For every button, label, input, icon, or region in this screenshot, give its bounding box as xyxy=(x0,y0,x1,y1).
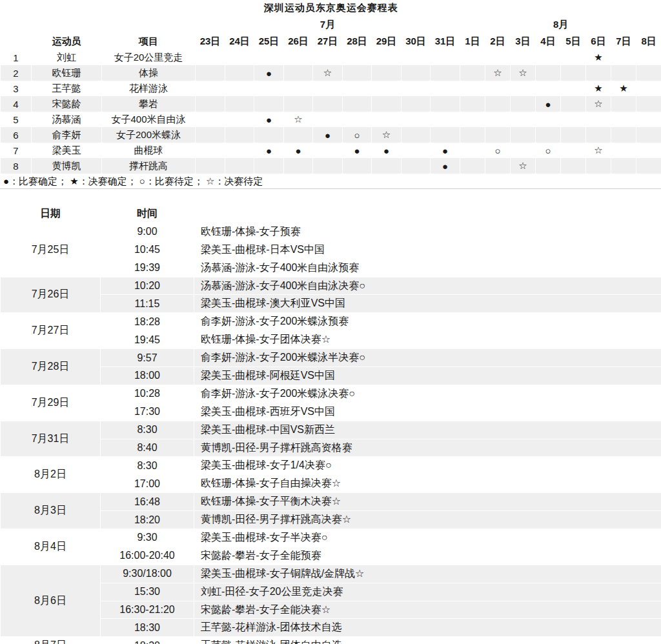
empty-cell xyxy=(372,112,402,127)
schedule-date: 8月4日 xyxy=(1,529,101,565)
empty-cell xyxy=(431,65,460,81)
empty-cell xyxy=(561,81,586,96)
schedule-description: 俞李妍-游泳-女子200米蝶泳半决赛○ xyxy=(194,349,661,367)
date-header: 31日 xyxy=(431,33,460,50)
schedule-time: 10:45 xyxy=(101,241,194,259)
page: 深圳运动员东京奥运会赛程表7月8月运动员项目23日24日25日26日27日28日… xyxy=(0,0,661,644)
mark-cell: ☆ xyxy=(586,96,611,112)
schedule-date: 7月26日 xyxy=(1,277,101,313)
month-header-august: 8月 xyxy=(460,16,661,33)
empty-cell xyxy=(313,158,343,174)
empty-cell xyxy=(284,50,313,66)
date-column-header: 日期 xyxy=(1,205,101,223)
empty-cell xyxy=(536,81,561,96)
schedule-date: 7月28日 xyxy=(1,349,101,385)
athlete-name: 宋懿龄 xyxy=(32,96,102,112)
schedule-date: 7月31日 xyxy=(1,421,101,457)
schedule-description: 欧钰珊-体操-女子预赛 xyxy=(194,223,661,241)
schedule-time: 8:40 xyxy=(101,439,194,457)
empty-cell xyxy=(254,127,284,143)
schedule-row: 7月28日9:57俞李妍-游泳-女子200米蝶泳半决赛○ xyxy=(1,349,661,367)
date-header: 7日 xyxy=(611,33,636,50)
date-header: 3日 xyxy=(511,33,536,50)
row-number: 6 xyxy=(1,127,32,143)
schedule-time: 17:30 xyxy=(101,403,194,421)
empty-cell xyxy=(485,158,511,174)
empty-cell xyxy=(196,158,225,174)
empty-cell xyxy=(611,50,636,66)
empty-cell xyxy=(460,50,485,66)
legend-text: ●：比赛确定； ★：决赛确定； ○：比赛待定； ☆：决赛待定 xyxy=(0,174,661,189)
date-header: 30日 xyxy=(402,33,431,50)
schedule-description: 汤慕涵-游泳-女子400米自由泳决赛○ xyxy=(194,277,661,295)
empty-cell xyxy=(225,112,254,127)
schedule-time: 18:30 xyxy=(101,619,194,637)
athlete-name: 欧钰珊 xyxy=(32,65,102,81)
date-header: 2日 xyxy=(485,33,511,50)
empty-cell xyxy=(225,65,254,81)
mark-cell: ☆ xyxy=(511,65,536,81)
empty-cell xyxy=(511,81,536,96)
schedule-description: 梁美玉-曲棍球-中国VS新西兰 xyxy=(194,421,661,439)
empty-cell xyxy=(460,81,485,96)
empty-cell xyxy=(485,112,511,127)
empty-cell xyxy=(402,112,431,127)
description-column-header xyxy=(194,205,661,223)
mark-cell: ○ xyxy=(536,143,561,158)
daily-schedule-table: 日期时间7月25日9:00欧钰珊-体操-女子预赛10:45梁美玉-曲棍球-日本V… xyxy=(0,205,661,644)
empty-cell xyxy=(254,81,284,96)
empty-cell xyxy=(536,127,561,143)
schedule-row: 8月7日18:30王芊懿-花样游泳-团体自由自选 xyxy=(1,637,661,644)
schedule-time: 18:00 xyxy=(101,367,194,385)
empty-cell xyxy=(343,50,372,66)
empty-cell xyxy=(313,81,343,96)
empty-cell xyxy=(611,158,636,174)
athlete-row: 2欧钰珊体操●☆☆☆ xyxy=(1,65,661,81)
row-number: 1 xyxy=(1,50,32,66)
empty-cell xyxy=(284,81,313,96)
empty-cell xyxy=(561,112,586,127)
corner-cell xyxy=(1,33,32,50)
empty-cell xyxy=(485,96,511,112)
empty-cell xyxy=(313,96,343,112)
athlete-event: 体操 xyxy=(102,65,196,81)
date-header: 25日 xyxy=(254,33,284,50)
athlete-row: 5汤慕涵女子400米自由泳●☆ xyxy=(1,112,661,127)
empty-cell xyxy=(431,96,460,112)
empty-cell xyxy=(225,158,254,174)
empty-cell xyxy=(343,112,372,127)
schedule-time: 9:30 xyxy=(101,529,194,547)
schedule-row: 7月31日8:30梁美玉-曲棍球-中国VS新西兰 xyxy=(1,421,661,439)
schedule-row: 8月6日9:30/18:00梁美玉-曲棍球-女子铜牌战/金牌战☆ xyxy=(1,565,661,583)
mark-cell: ★ xyxy=(586,50,611,66)
schedule-description: 梁美玉-曲棍球-阿根廷VS中国 xyxy=(194,367,661,385)
empty-cell xyxy=(586,65,611,81)
empty-cell xyxy=(636,81,661,96)
date-header: 8日 xyxy=(636,33,661,50)
date-header: 23日 xyxy=(196,33,225,50)
athlete-event: 攀岩 xyxy=(102,96,196,112)
date-header: 24日 xyxy=(225,33,254,50)
schedule-time: 18:20 xyxy=(101,511,194,529)
empty-cell xyxy=(343,158,372,174)
mark-cell: ● xyxy=(313,127,343,143)
schedule-description: 梁美玉-曲棍球-西班牙VS中国 xyxy=(194,403,661,421)
empty-cell xyxy=(402,50,431,66)
schedule-time: 18:28 xyxy=(101,313,194,331)
mark-cell: ☆ xyxy=(372,127,402,143)
empty-cell xyxy=(431,112,460,127)
athlete-event: 女子400米自由泳 xyxy=(102,112,196,127)
page-title: 深圳运动员东京奥运会赛程表 xyxy=(1,0,661,16)
schedule-description: 梁美玉-曲棍球-女子1/4决赛○ xyxy=(194,457,661,475)
empty-cell xyxy=(372,50,402,66)
athlete-row: 6俞李妍女子200米蝶泳●○☆ xyxy=(1,127,661,143)
schedule-date: 8月6日 xyxy=(1,565,101,637)
schedule-description: 俞李妍-游泳-女子200米蝶泳决赛○ xyxy=(194,385,661,403)
empty-cell xyxy=(196,143,225,158)
event-column-header: 项目 xyxy=(102,33,196,50)
empty-cell xyxy=(511,112,536,127)
empty-cell xyxy=(511,50,536,66)
schedule-header-row: 日期时间 xyxy=(1,205,661,223)
schedule-description: 黄博凯-田径-男子撑杆跳高资格赛 xyxy=(194,439,661,457)
mark-cell: ★ xyxy=(611,81,636,96)
